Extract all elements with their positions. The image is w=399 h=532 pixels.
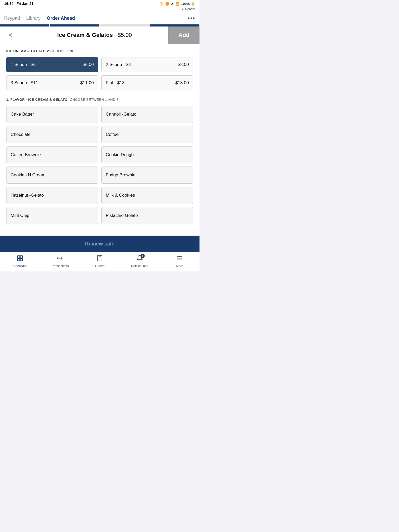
- transactions-label: Transactions: [51, 264, 69, 268]
- status-icons: 🔆 🟠 ➤ 📶 100% 🔋: [159, 2, 195, 6]
- size-section-header: ICE CREAM & GELATOS: CHOOSE ONE: [6, 49, 193, 53]
- tab-indicator-bar: [0, 24, 200, 26]
- svg-rect-3: [20, 258, 23, 261]
- wifi-icon: 📶: [175, 2, 179, 6]
- flavor-btn-coffee[interactable]: Coffee: [101, 126, 193, 143]
- nav-more-dots[interactable]: •••: [188, 15, 195, 22]
- size-option-2scoop[interactable]: 2 Scoop - $8 $8.00: [101, 57, 193, 72]
- battery-level: 100%: [181, 2, 190, 6]
- nav-keypad[interactable]: Keypad: [4, 16, 20, 21]
- size-option-pint[interactable]: Pint - $13 $13.00: [101, 75, 193, 90]
- flavor-btn-hazelnut--gelato[interactable]: Hazelnut -Gelato: [6, 187, 98, 204]
- notifications-badge: 1: [141, 254, 145, 258]
- modal-header: × Ice Cream & Gelatos $5.00 Add: [0, 26, 200, 44]
- review-sale-button[interactable]: Review sale: [0, 236, 200, 252]
- checkout-icon: [17, 255, 23, 263]
- bottom-nav-transactions[interactable]: Transactions: [49, 255, 70, 268]
- status-time-date: 16:34 Fri Jan 21: [4, 2, 34, 6]
- more-label: More: [176, 264, 183, 268]
- notifications-label: Notifications: [131, 264, 148, 268]
- notifications-icon-wrapper: 1: [136, 255, 143, 263]
- battery-icon: 🔋: [191, 2, 195, 6]
- modal-close-button[interactable]: ×: [0, 27, 21, 43]
- flavor-btn-cannoli--gelato[interactable]: Cannoli -Gelato: [101, 106, 193, 123]
- bottom-nav: Checkout Transactions Orders: [0, 252, 200, 271]
- nav-order-ahead[interactable]: Order Ahead: [47, 16, 75, 21]
- modal-add-button[interactable]: Add: [168, 26, 200, 44]
- flavor-grid: Cake BatterCannoli -GelatoChocolateCoffe…: [6, 106, 193, 224]
- flavor-btn-fudge-brownie[interactable]: Fudge Brownie: [101, 167, 193, 184]
- orders-icon: [96, 255, 103, 263]
- status-bar: 16:34 Fri Jan 21 🔆 🟠 ➤ 📶 100% 🔋: [0, 0, 200, 7]
- svg-rect-2: [17, 258, 20, 261]
- navigation-icon: ➤: [171, 2, 174, 6]
- bottom-nav-orders[interactable]: Orders: [89, 255, 110, 268]
- bottom-nav-notifications[interactable]: 1 Notifications: [129, 255, 150, 268]
- size-options-grid: 1 Scoop - $5 $5.00 2 Scoop - $8 $8.00 3 …: [6, 57, 193, 90]
- svg-rect-0: [17, 256, 20, 258]
- flavor-section-header: 1. FLAVOR - ICE CREAM & GELATO: CHOOSE B…: [6, 98, 193, 102]
- flavor-btn-pistachio-gelato[interactable]: Pistachio Gelato: [101, 207, 193, 224]
- content-area: ICE CREAM & GELATOS: CHOOSE ONE 1 Scoop …: [0, 44, 200, 236]
- flavor-btn-cake-batter[interactable]: Cake Batter: [6, 106, 98, 123]
- checkout-label: Checkout: [13, 264, 26, 268]
- reader-bar: ✓ Reader: [0, 7, 200, 12]
- brightness-icon: 🔆: [159, 2, 164, 6]
- bottom-nav-checkout[interactable]: Checkout: [10, 255, 30, 268]
- tab-seg-4: [150, 24, 199, 26]
- size-option-1scoop[interactable]: 1 Scoop - $5 $5.00: [6, 57, 98, 72]
- transactions-icon: [56, 255, 63, 263]
- tab-seg-2: [50, 24, 99, 26]
- flavor-btn-mint-chip[interactable]: Mint Chip: [6, 207, 98, 224]
- modal-title: Ice Cream & Gelatos $5.00: [21, 32, 168, 38]
- top-nav: Keypad Library Order Ahead •••: [0, 12, 200, 24]
- location-icon: 🟠: [165, 2, 169, 6]
- more-icon: [176, 255, 183, 263]
- orders-label: Orders: [95, 264, 105, 268]
- flavor-btn-coffee-brownie[interactable]: Coffee Brownie: [6, 146, 98, 163]
- size-option-3scoop[interactable]: 3 Scoop - $11 $11.00: [6, 75, 98, 90]
- tab-seg-3: [100, 24, 149, 26]
- flavor-btn-cookie-dough[interactable]: Cookie Dough: [101, 146, 193, 163]
- tab-seg-1: [0, 24, 49, 26]
- flavor-btn-chocolate[interactable]: Chocolate: [6, 126, 98, 143]
- flavor-btn-cookies-n-cream[interactable]: Cookies N Cream: [6, 167, 98, 184]
- nav-library[interactable]: Library: [26, 16, 41, 21]
- bottom-nav-more[interactable]: More: [169, 255, 190, 268]
- svg-rect-1: [20, 256, 23, 258]
- flavor-btn-milk-&-cookies[interactable]: Milk & Cookies: [101, 187, 193, 204]
